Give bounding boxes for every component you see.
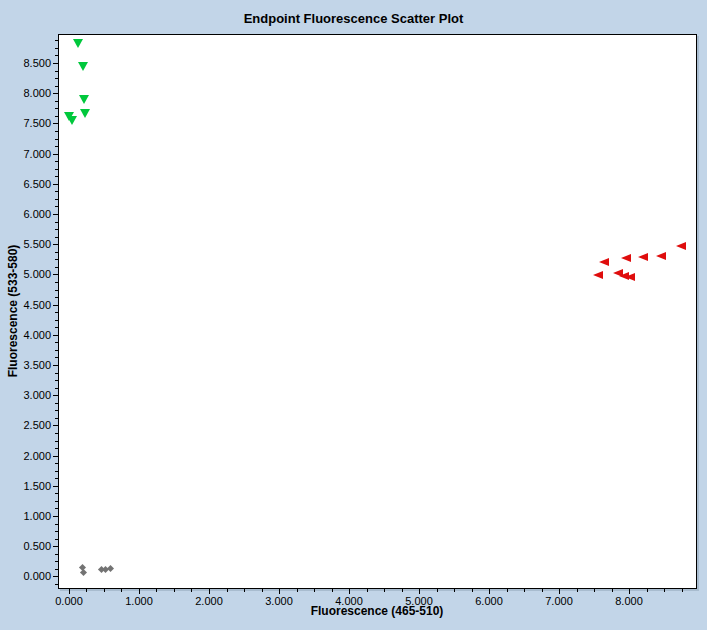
y-minor-tick xyxy=(55,139,58,140)
x-minor-tick xyxy=(472,589,473,592)
y-minor-tick xyxy=(55,501,58,502)
y-tick-label: 0.000 xyxy=(9,570,51,582)
y-major-tick xyxy=(53,395,58,396)
y-major-tick xyxy=(53,214,58,215)
y-tick-label: 7.500 xyxy=(9,117,51,129)
y-tick-label: 6.000 xyxy=(9,208,51,220)
y-tick-label: 8.000 xyxy=(9,87,51,99)
y-minor-tick xyxy=(55,342,58,343)
y-major-tick xyxy=(53,576,58,577)
y-minor-tick xyxy=(55,71,58,72)
y-minor-tick xyxy=(55,55,58,56)
y-minor-tick xyxy=(55,554,58,555)
x-minor-tick xyxy=(314,589,315,592)
x-major-tick xyxy=(69,589,70,594)
y-major-tick xyxy=(53,123,58,124)
x-minor-tick xyxy=(104,589,105,592)
x-minor-tick xyxy=(437,589,438,592)
y-major-tick xyxy=(53,184,58,185)
x-minor-tick xyxy=(664,589,665,592)
y-minor-tick xyxy=(55,161,58,162)
x-minor-tick xyxy=(594,589,595,592)
x-minor-tick xyxy=(612,589,613,592)
y-tick-label: 6.500 xyxy=(9,178,51,190)
x-major-tick xyxy=(559,589,560,594)
x-tick-label: 8.000 xyxy=(615,595,643,607)
red-samples-point xyxy=(638,253,648,261)
y-major-tick xyxy=(53,425,58,426)
x-tick-label: 6.000 xyxy=(475,595,503,607)
x-tick-label: 2.000 xyxy=(195,595,223,607)
y-minor-tick xyxy=(55,531,58,532)
x-tick-label: 0.000 xyxy=(55,595,83,607)
y-minor-tick xyxy=(55,380,58,381)
y-tick-label: 2.000 xyxy=(9,450,51,462)
y-minor-tick xyxy=(55,259,58,260)
y-tick-label: 7.000 xyxy=(9,148,51,160)
x-minor-tick xyxy=(402,589,403,592)
y-minor-tick xyxy=(55,508,58,509)
x-tick-label: 7.000 xyxy=(545,595,573,607)
y-tick-label: 3.000 xyxy=(9,389,51,401)
y-tick-label: 5.500 xyxy=(9,238,51,250)
x-minor-tick xyxy=(524,589,525,592)
plot-area xyxy=(58,34,697,589)
y-tick-label: 0.500 xyxy=(9,540,51,552)
y-major-tick xyxy=(53,516,58,517)
x-minor-tick xyxy=(332,589,333,592)
y-minor-tick xyxy=(55,116,58,117)
y-minor-tick xyxy=(55,146,58,147)
y-major-tick xyxy=(53,335,58,336)
x-minor-tick xyxy=(121,589,122,592)
red-samples-point xyxy=(676,242,686,250)
y-major-tick xyxy=(53,63,58,64)
y-minor-tick xyxy=(55,222,58,223)
y-minor-tick xyxy=(55,229,58,230)
y-axis-title: Fluorescence (533-580) xyxy=(6,245,20,378)
y-minor-tick xyxy=(55,433,58,434)
y-major-tick xyxy=(53,456,58,457)
y-minor-tick xyxy=(55,101,58,102)
y-minor-tick xyxy=(55,252,58,253)
y-minor-tick xyxy=(55,403,58,404)
x-tick-label: 5.000 xyxy=(405,595,433,607)
green-samples-point xyxy=(67,116,77,125)
y-minor-tick xyxy=(55,267,58,268)
y-minor-tick xyxy=(55,282,58,283)
x-minor-tick xyxy=(156,589,157,592)
y-minor-tick xyxy=(55,312,58,313)
y-minor-tick xyxy=(55,463,58,464)
red-samples-point xyxy=(599,258,609,266)
y-minor-tick xyxy=(55,131,58,132)
x-minor-tick xyxy=(367,589,368,592)
x-major-tick xyxy=(279,589,280,594)
y-minor-tick xyxy=(55,350,58,351)
x-minor-tick xyxy=(542,589,543,592)
y-tick-label: 3.500 xyxy=(9,359,51,371)
green-samples-point xyxy=(80,109,90,118)
y-minor-tick xyxy=(55,388,58,389)
green-samples-point xyxy=(73,39,83,48)
y-major-tick xyxy=(53,546,58,547)
x-minor-tick xyxy=(227,589,228,592)
y-minor-tick xyxy=(55,373,58,374)
x-minor-tick xyxy=(86,589,87,592)
green-samples-point xyxy=(78,62,88,71)
y-minor-tick xyxy=(55,569,58,570)
y-minor-tick xyxy=(55,78,58,79)
x-major-tick xyxy=(489,589,490,594)
red-samples-point xyxy=(656,252,666,260)
x-minor-tick xyxy=(191,589,192,592)
x-minor-tick xyxy=(174,589,175,592)
y-major-tick xyxy=(53,244,58,245)
x-minor-tick xyxy=(647,589,648,592)
y-minor-tick xyxy=(55,320,58,321)
y-minor-tick xyxy=(55,176,58,177)
y-minor-tick xyxy=(55,290,58,291)
y-minor-tick xyxy=(55,561,58,562)
y-minor-tick xyxy=(55,471,58,472)
y-minor-tick xyxy=(55,418,58,419)
y-major-tick xyxy=(53,274,58,275)
x-minor-tick xyxy=(244,589,245,592)
y-major-tick xyxy=(53,93,58,94)
